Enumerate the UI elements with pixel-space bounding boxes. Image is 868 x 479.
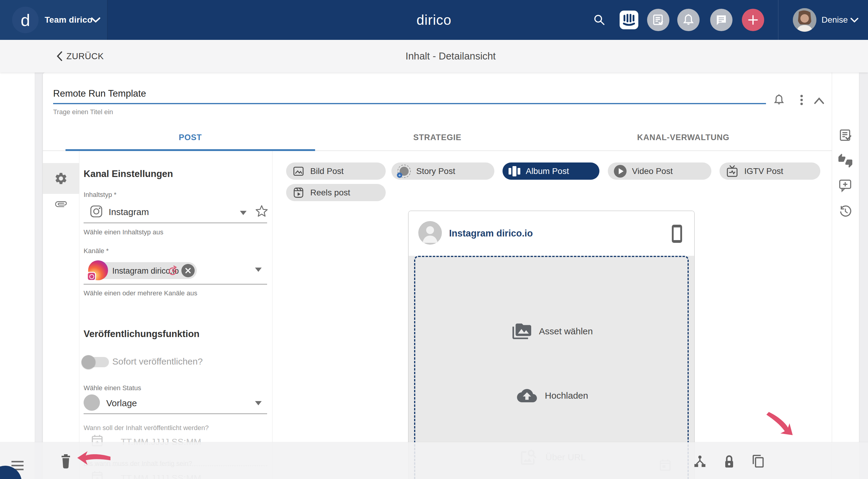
status-underline [84, 414, 267, 414]
back-button[interactable]: ZURÜCK [56, 40, 104, 72]
topbar-divider [778, 0, 778, 40]
kanaele-underline [84, 284, 267, 285]
right-item-approval[interactable] [832, 148, 859, 173]
create-button[interactable] [742, 9, 764, 31]
igtv-post-icon [725, 164, 739, 178]
image-post-icon [292, 165, 305, 178]
inhaltstyp-helper: Wähle einen Inhaltstyp aus [84, 228, 163, 236]
intercom-icon[interactable] [620, 10, 638, 29]
cloud-upload-icon [517, 386, 537, 406]
action-bar: SPEICHERN [0, 442, 868, 479]
post-type-reels[interactable]: Reels post [286, 184, 386, 201]
asset-gallery-icon [513, 322, 531, 341]
user-chevron-down-icon[interactable] [850, 17, 859, 24]
user-avatar[interactable] [793, 8, 816, 32]
chevron-left-icon [56, 51, 63, 61]
tasks-button[interactable] [647, 9, 670, 31]
page-header: ZURÜCK Inhalt - Detailansicht [0, 40, 868, 72]
title-helper: Trage einen Titel ein [53, 108, 113, 116]
inhaltstyp-caret-icon[interactable] [240, 211, 247, 215]
asset-select-option[interactable]: Asset wählen [415, 322, 690, 341]
tab-strategie[interactable]: STRATEGIE [315, 124, 560, 150]
brand-logo: dirico [416, 0, 452, 40]
chat-icon [715, 13, 728, 26]
upload-label: Hochladen [545, 390, 588, 401]
kebab-menu-icon [796, 94, 808, 106]
remove-channel-button[interactable] [181, 264, 195, 277]
paperclip-icon [55, 198, 67, 210]
right-item-briefing[interactable] [832, 123, 859, 148]
post-type-igtv[interactable]: IGTV Post [719, 162, 820, 180]
team-selector[interactable]: d Team dirico [0, 0, 107, 40]
right-item-add-comment[interactable] [832, 173, 859, 198]
upload-option[interactable]: Hochladen [415, 386, 690, 406]
post-type-story[interactable]: + Story Post [392, 162, 494, 180]
channel-avatar [418, 221, 442, 245]
title-input[interactable]: Remote Run Template [53, 88, 146, 99]
delete-trash-icon[interactable] [58, 453, 74, 469]
bell-icon [773, 94, 785, 106]
mobile-preview-icon[interactable] [671, 224, 683, 244]
kanaele-label: Kanäle * [84, 247, 108, 255]
reels-post-icon [292, 186, 305, 199]
notifications-button[interactable] [677, 9, 700, 31]
publish-when-label: Wann soll der Inhalt veröffentlicht werd… [84, 424, 209, 432]
chip-label: Video Post [632, 167, 673, 176]
history-icon [838, 204, 852, 218]
video-post-icon [614, 165, 626, 178]
intercom-glyph [620, 10, 638, 29]
bell-icon [682, 13, 695, 26]
icon-column-divider [79, 151, 80, 479]
chip-label: Story Post [416, 167, 455, 176]
active-tab-underline [65, 149, 315, 151]
top-bar: d Team dirico dirico [0, 0, 868, 40]
inhaltstyp-select[interactable]: Instagram [108, 207, 149, 217]
panel-attachments-button[interactable] [43, 190, 79, 217]
chip-label: Reels post [310, 188, 350, 198]
reminder-bell-button[interactable] [773, 94, 785, 106]
kanaele-helper: Wähle einen oder mehrere Kanäle aus [84, 289, 197, 297]
tab-kanal-verwaltung[interactable]: KANAL-VERWALTUNG [560, 124, 807, 150]
publish-now-toggle-knob[interactable] [82, 355, 95, 369]
user-name[interactable]: Denise [822, 0, 848, 40]
page-title: Inhalt - Detailansicht [406, 40, 496, 72]
status-color-dot [84, 394, 100, 411]
messages-button[interactable] [710, 9, 733, 31]
dirico-logo-icon: d [12, 7, 39, 33]
main-sidebar [0, 40, 35, 479]
add-comment-icon [838, 179, 852, 192]
lock-icon[interactable] [722, 454, 736, 469]
publish-heading: Veröffentlichungsfunktion [84, 329, 199, 339]
status-caret-icon[interactable] [255, 401, 262, 405]
chevron-up-icon [812, 96, 826, 105]
asset-select-label: Asset wählen [539, 326, 593, 336]
collapse-button[interactable] [812, 96, 826, 105]
thumbs-up-down-icon [838, 154, 852, 168]
plus-icon [747, 14, 759, 26]
workflow-icon[interactable] [693, 454, 707, 468]
favorite-star-icon[interactable] [254, 204, 269, 219]
copy-icon[interactable] [751, 454, 765, 469]
chip-label: Bild Post [310, 167, 344, 176]
post-type-bild[interactable]: Bild Post [286, 162, 386, 180]
title-input-underline [53, 103, 766, 104]
panel-settings-button[interactable] [43, 165, 79, 192]
post-type-video[interactable]: Video Post [608, 162, 711, 180]
right-item-history[interactable] [832, 199, 859, 224]
kanaele-caret-icon[interactable] [255, 268, 262, 272]
search-icon[interactable] [592, 13, 606, 27]
more-options-button[interactable] [796, 94, 808, 106]
instagram-badge-icon [87, 272, 96, 281]
preview-channel-name: Instagram dirico.io [449, 211, 533, 256]
panel-divider [272, 151, 273, 479]
story-post-icon: + [398, 164, 411, 178]
close-icon [185, 268, 191, 274]
app: d Team dirico dirico [0, 0, 868, 479]
preview-card: Instagram dirico.io Asset wählen Hochlad… [408, 210, 695, 479]
post-type-album[interactable]: Album Post [502, 162, 599, 180]
timer-icon [167, 265, 178, 276]
tab-post[interactable]: POST [65, 124, 315, 150]
status-select[interactable]: Vorlage [106, 398, 137, 408]
preview-header: Instagram dirico.io [409, 211, 694, 256]
team-name: Team dirico [45, 0, 92, 40]
